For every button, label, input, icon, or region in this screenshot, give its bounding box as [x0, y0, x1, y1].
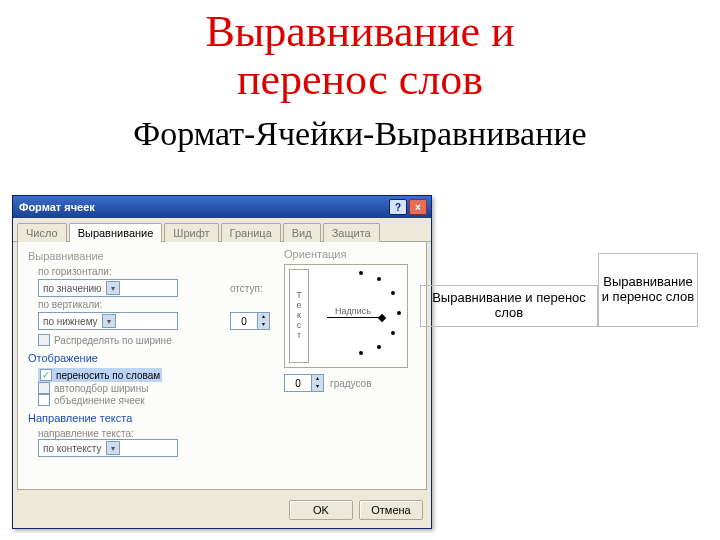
slide-title-line2: перенос слов — [237, 55, 483, 104]
checkbox-icon — [38, 394, 50, 406]
example-text-wrapped: Выравнивание и перенос слов — [599, 275, 697, 305]
group-direction: Направление текста — [28, 412, 416, 424]
orientation-dial[interactable]: Надпись — [319, 271, 401, 361]
cancel-button[interactable]: Отмена — [359, 500, 423, 520]
tab-border[interactable]: Граница — [221, 223, 281, 242]
shrink-label: автоподбор ширины — [54, 383, 148, 394]
needle-label: Надпись — [335, 306, 371, 316]
indent-spinner[interactable]: 0 ▴▾ — [230, 312, 270, 330]
chevron-down-icon: ▾ — [102, 314, 116, 328]
direction-value: по контексту — [43, 443, 102, 454]
example-text-nowrap: Выравнивание и перенос слов — [421, 291, 597, 321]
chevron-down-icon: ▾ — [106, 441, 120, 455]
wrap-label: переносить по словам — [56, 370, 160, 381]
dialog-buttons: OK Отмена — [13, 494, 431, 528]
spin-up-icon[interactable]: ▴ — [257, 313, 269, 321]
slide-subtitle: Формат-Ячейки-Выравнивание — [0, 115, 720, 153]
slide-title: Выравнивание и перенос слов — [0, 8, 720, 105]
diamond-icon — [378, 314, 386, 322]
checkbox-checked-icon: ✓ — [40, 369, 52, 381]
close-button[interactable]: × — [409, 199, 427, 215]
vert-value: по нижнему — [43, 316, 98, 327]
dialog-titlebar[interactable]: Формат ячеек ? × — [13, 196, 431, 218]
horiz-value: по значению — [43, 283, 102, 294]
spin-down-icon[interactable]: ▾ — [257, 321, 269, 329]
chevron-down-icon: ▾ — [106, 281, 120, 295]
horizontal-align-combo[interactable]: по значению ▾ — [38, 279, 178, 297]
orientation-group: Ориентация Текст Надпись — [284, 248, 414, 392]
vertical-text-button[interactable]: Текст — [289, 269, 309, 363]
dialog-title: Формат ячеек — [19, 201, 95, 213]
degrees-value: 0 — [285, 378, 311, 389]
example-cell-nowrap: Выравнивание и перенос слов — [420, 285, 598, 327]
degrees-spinner[interactable]: 0 ▴▾ — [284, 374, 324, 392]
checkbox-icon — [38, 382, 50, 394]
tab-alignment[interactable]: Выравнивание — [69, 223, 163, 242]
tab-number[interactable]: Число — [17, 223, 67, 242]
orientation-needle[interactable]: Надпись — [327, 317, 381, 318]
group-orientation: Ориентация — [284, 248, 414, 260]
slide-title-line1: Выравнивание и — [205, 7, 514, 56]
format-cells-dialog: Формат ячеек ? × Число Выравнивание Шриф… — [12, 195, 432, 529]
vertical-align-combo[interactable]: по нижнему ▾ — [38, 312, 178, 330]
ok-button[interactable]: OK — [289, 500, 353, 520]
indent-label: отступ: — [230, 283, 263, 294]
example-cell-wrapped: Выравнивание и перенос слов — [598, 253, 698, 327]
wrap-text-checkbox[interactable]: ✓ переносить по словам — [38, 368, 162, 382]
tab-protection[interactable]: Защита — [323, 223, 380, 242]
merge-checkbox[interactable]: объединение ячеек — [38, 394, 416, 406]
dialog-tabs: Число Выравнивание Шрифт Граница Вид Защ… — [13, 218, 431, 242]
spin-up-icon[interactable]: ▴ — [311, 375, 323, 383]
degrees-label: градусов — [330, 378, 371, 389]
spin-down-icon[interactable]: ▾ — [311, 383, 323, 391]
indent-value: 0 — [231, 316, 257, 327]
checkbox-icon — [38, 334, 50, 346]
orientation-control[interactable]: Текст Надпись — [284, 264, 408, 368]
distribute-label: Распределять по ширине — [54, 335, 172, 346]
tab-font[interactable]: Шрифт — [164, 223, 218, 242]
alignment-panel: Выравнивание по горизонтали: по значению… — [17, 242, 427, 490]
text-direction-combo[interactable]: по контексту ▾ — [38, 439, 178, 457]
direction-label: направление текста: — [38, 428, 416, 439]
tab-patterns[interactable]: Вид — [283, 223, 321, 242]
merge-label: объединение ячеек — [54, 395, 145, 406]
help-button[interactable]: ? — [389, 199, 407, 215]
